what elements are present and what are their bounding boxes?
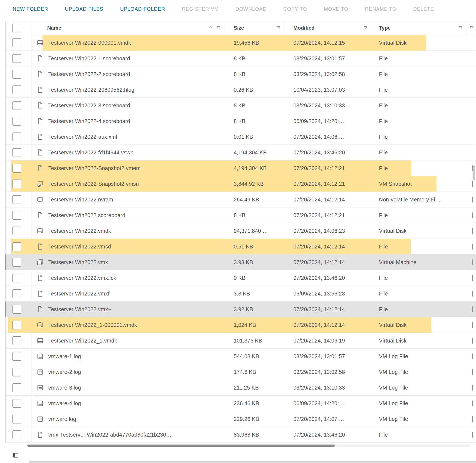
file-type: VM Log File (371, 348, 466, 364)
row-checkbox[interactable] (12, 289, 21, 298)
file-size: 3.92 KB (224, 302, 284, 317)
filter-icon[interactable] (363, 26, 368, 30)
table-row[interactable]: Testserver Win2022.vmsd 0.51 KB 07/20/20… (6, 239, 476, 254)
file-size: 8 KB (224, 207, 284, 223)
row-checkbox-cell (6, 427, 32, 442)
row-checkbox[interactable] (12, 117, 21, 126)
column-manager-icon[interactable] (12, 452, 19, 458)
table-row[interactable]: Testserver Win2022_1.vmdk 101,376 KB 07/… (6, 333, 476, 348)
row-checkbox[interactable] (12, 368, 21, 376)
column-label-type: Type (379, 25, 390, 31)
table-row[interactable]: Testserver Win2022.scoreboard 8 KB 07/20… (6, 207, 476, 223)
name-cell: vmware-1.log (32, 348, 224, 364)
upload-files-button[interactable]: UPLOAD FILES (65, 6, 103, 12)
column-header-type[interactable]: Type (371, 21, 466, 35)
table-row[interactable]: Testserver Win2022_1-000001.vmdk 1,024 K… (6, 317, 476, 333)
row-checkbox-cell (6, 239, 32, 254)
file-modified: 07/20/2024, 14:12:15 (284, 35, 371, 51)
row-checkbox[interactable] (12, 430, 21, 439)
horizontal-scrollbar-thumb[interactable] (27, 445, 335, 447)
row-checkbox[interactable] (12, 148, 21, 157)
row-checkbox[interactable] (12, 101, 21, 110)
row-checkbox[interactable] (12, 352, 21, 361)
table-row[interactable]: vmx-Testserver Win2022-abd4770a080fa21b2… (6, 427, 476, 443)
table-row[interactable]: Testserver Win2022.nvram 264.49 KB 07/20… (6, 192, 476, 207)
row-checkbox[interactable] (12, 399, 21, 408)
table-row[interactable]: vmware-3.log 211.25 KB 03/29/2024, 13:10… (6, 380, 476, 396)
table-row[interactable]: vmware-2.log 174.6 KB 03/29/2024, 13:02:… (6, 364, 476, 380)
table-row[interactable]: vmware.log 229.26 KB 07/20/2024, 14:07:…… (6, 411, 476, 427)
table-row[interactable]: Testserver Win2022-2.scoreboard 8 KB 03/… (6, 66, 476, 82)
clipped-cell (466, 254, 476, 270)
name-cell: vmware-4.log (32, 396, 224, 411)
new-folder-button[interactable]: NEW FOLDER (13, 6, 48, 12)
row-checkbox[interactable] (12, 164, 21, 173)
row-checkbox[interactable] (12, 133, 21, 141)
row-checkbox[interactable] (12, 242, 21, 251)
row-checkbox[interactable] (12, 321, 21, 329)
table-row[interactable]: Testserver Win2022.vmdk 94,371,840 … 07/… (6, 223, 476, 239)
select-all-checkbox[interactable] (12, 24, 21, 32)
file-type: Virtual Disk (371, 333, 466, 348)
column-header-modified[interactable]: Modified (284, 21, 371, 35)
table-row[interactable]: Testserver Win2022-3.scoreboard 8 KB 03/… (6, 98, 476, 113)
vm-snapshot-icon (36, 180, 44, 187)
log-icon (36, 368, 44, 376)
table-row[interactable]: Testserver Win2022.vmxf 3.8 KB 06/09/202… (6, 286, 476, 302)
name-cell: vmx-Testserver Win2022-abd4770a080fa21b2… (32, 427, 224, 442)
clipped-content-mark (472, 385, 473, 391)
name-cell: Testserver Win2022-Snapshot2.vmsn (32, 176, 224, 192)
clipped-content-mark (472, 306, 473, 312)
name-cell: Testserver Win2022-Snapshot2.vmem (32, 160, 224, 176)
row-checkbox[interactable] (12, 383, 21, 392)
filter-icon[interactable] (469, 26, 474, 30)
table-header: Name Size Modified (6, 21, 476, 35)
row-checkbox[interactable] (12, 274, 21, 282)
row-checkbox[interactable] (12, 258, 21, 267)
row-checkbox[interactable] (12, 54, 21, 63)
table-row[interactable]: vmware-1.log 544.08 KB 03/29/2024, 13:01… (6, 348, 476, 364)
file-type: VM Log File (371, 380, 466, 395)
name-cell: Testserver Win2022.vmx~ (32, 302, 224, 317)
column-header-size[interactable]: Size (224, 21, 284, 35)
table-row[interactable]: Testserver Win2022-1.scoreboard 8 KB 03/… (6, 51, 476, 66)
row-checkbox[interactable] (12, 227, 21, 235)
table-row[interactable]: Testserver Win2022-Snapshot2.vmsn 3,844.… (6, 176, 476, 192)
filter-icon[interactable] (276, 26, 281, 30)
file-modified: 07/20/2024, 14:12:21 (284, 207, 371, 223)
table-row[interactable]: Testserver Win2022-20609562.hlog 0.26 KB… (6, 82, 476, 98)
file-modified: 03/29/2024, 13:02:58 (284, 364, 371, 380)
file-name: Testserver Win2022-4.scoreboard (48, 118, 130, 124)
clipped-cell (466, 239, 476, 254)
row-checkbox[interactable] (12, 85, 21, 94)
name-cell: Testserver Win2022.vmdk (32, 223, 224, 239)
name-cell: Testserver Win2022.scoreboard (32, 207, 224, 223)
table-row[interactable]: Testserver Win2022-aux.xml 0.01 KB 07/20… (6, 129, 476, 145)
row-checkbox[interactable] (12, 305, 21, 314)
row-checkbox[interactable] (12, 415, 21, 424)
file-modified: 07/20/2024, 14:06:… (284, 129, 371, 144)
file-name: Testserver Win2022.scoreboard (48, 212, 125, 218)
row-checkbox[interactable] (12, 179, 21, 188)
column-header-name[interactable]: Name (32, 21, 224, 35)
row-checkbox[interactable] (12, 38, 21, 47)
row-checkbox[interactable] (12, 195, 21, 204)
row-checkbox[interactable] (12, 336, 21, 345)
row-checkbox[interactable] (12, 70, 21, 79)
table-row[interactable]: Testserver Win2022-fd1f4944.vswp 4,194,3… (6, 145, 476, 160)
filter-icon[interactable] (458, 26, 463, 30)
table-row[interactable]: Testserver Win2022.vmx~ 3.92 KB 07/20/20… (6, 302, 476, 317)
table-row[interactable]: Testserver Win2022-4.scoreboard 8 KB 06/… (6, 113, 476, 129)
filter-icon[interactable] (216, 26, 221, 30)
file-size: 8 KB (224, 98, 284, 113)
table-row[interactable]: Testserver Win2022-000001.vmdk 19,456 KB… (6, 35, 476, 51)
table-row[interactable]: Testserver Win2022-Snapshot2.vmem 4,194,… (6, 160, 476, 176)
row-checkbox[interactable] (12, 211, 21, 220)
file-size: 3.8 KB (224, 286, 284, 301)
table-row[interactable]: vmware-4.log 236.46 KB 06/09/2024, 14:20… (6, 396, 476, 411)
table-body: Testserver Win2022-000001.vmdk 19,456 KB… (6, 35, 476, 443)
name-cell: Testserver Win2022-1.scoreboard (32, 51, 224, 66)
table-row[interactable]: Testserver Win2022.vmx 3.93 KB 07/20/202… (6, 254, 476, 270)
upload-folder-button[interactable]: UPLOAD FOLDER (120, 6, 165, 12)
table-row[interactable]: Testserver Win2022.vmx.lck 0 KB 07/20/20… (6, 270, 476, 286)
